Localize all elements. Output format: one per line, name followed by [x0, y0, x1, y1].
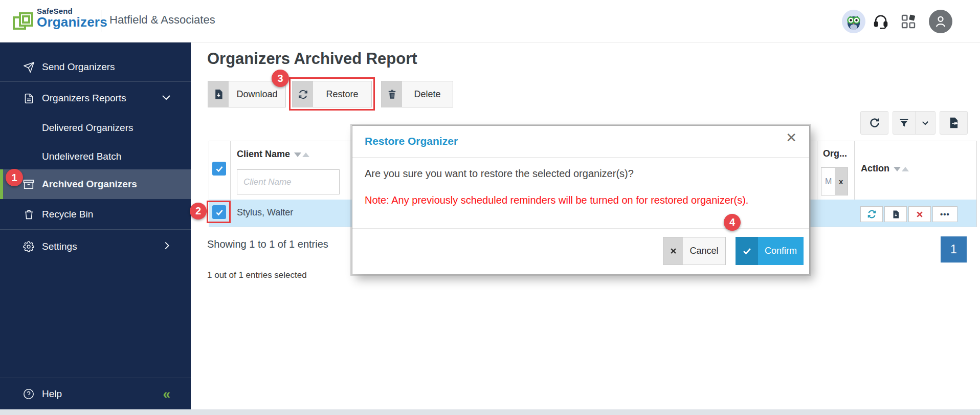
row-delete-x-icon: [916, 210, 924, 219]
modal-close-icon[interactable]: ✕: [786, 131, 797, 144]
sidebar-item-label: Send Organizers: [42, 61, 115, 73]
safesend-logo-icon: [12, 11, 34, 32]
sidebar-item-label: Help: [42, 388, 62, 400]
sidebar-item-delivered-organizers[interactable]: Delivered Organizers: [0, 114, 191, 142]
refresh-table-button[interactable]: [860, 111, 888, 135]
company-name: Hatfield & Associates: [109, 13, 215, 27]
sidebar-item-settings[interactable]: Settings: [0, 233, 191, 260]
export-button[interactable]: [940, 111, 968, 135]
sidebar-item-organizers-reports[interactable]: Organizers Reports: [0, 84, 191, 112]
sidebar-item-undelivered-batch[interactable]: Undelivered Batch: [0, 143, 191, 170]
sidebar-divider: [0, 229, 191, 230]
restore-refresh-icon: [293, 81, 313, 107]
row-delete-button[interactable]: [908, 206, 931, 222]
sort-icons: [294, 150, 309, 159]
entries-summary: Showing 1 to 1 of 1 entries: [207, 238, 328, 250]
delete-trash-icon: [382, 81, 402, 107]
annotation-step-1: 1: [6, 169, 23, 186]
bottom-scrollbar-strip: [0, 409, 980, 415]
action-header-label: Action: [861, 163, 889, 173]
ellipsis-icon: •••: [940, 210, 950, 219]
user-avatar-button[interactable]: [929, 10, 952, 33]
top-header: SafeSend Organizers Hatfield & Associate…: [0, 0, 980, 42]
sidebar-item-label: Undelivered Batch: [42, 151, 121, 162]
filter-control-group: [893, 111, 936, 135]
org-filter-input[interactable]: M x: [821, 167, 848, 195]
archive-icon: [23, 178, 35, 190]
modal-note: Note: Any previously scheduled reminders…: [365, 194, 748, 206]
sidebar-item-help[interactable]: Help «: [0, 380, 191, 408]
chevron-down-icon[interactable]: [160, 91, 172, 106]
restore-button-label: Restore: [313, 81, 371, 107]
sidebar-divider: [0, 81, 191, 82]
annotation-step-2: 2: [190, 203, 207, 220]
sidebar-item-label: Organizers Reports: [42, 93, 126, 104]
annotation-step-4: 4: [724, 214, 741, 231]
restore-organizer-modal: Restore Organizer ✕ Are you sure you wan…: [352, 125, 810, 274]
filter-button[interactable]: [893, 112, 916, 134]
app-root: SafeSend Organizers Hatfield & Associate…: [0, 0, 980, 415]
download-file-icon: [208, 81, 229, 107]
apps-grid-icon: [900, 13, 917, 30]
sidebar-item-label: Recycle Bin: [42, 209, 93, 220]
send-icon: [23, 61, 35, 73]
modal-footer-divider: [352, 228, 809, 229]
reports-icon: [23, 92, 35, 104]
sort-asc-icon: [902, 167, 909, 171]
sidebar-collapse-icon[interactable]: «: [163, 387, 170, 401]
support-headset-button[interactable]: [872, 12, 890, 31]
sidebar-item-archived-organizers[interactable]: Archived Organizers: [0, 169, 191, 199]
chevron-down-icon: [921, 118, 930, 127]
annotation-step-3: 3: [272, 70, 289, 87]
modal-header-divider: [352, 157, 809, 158]
table-right-border: [976, 141, 977, 227]
confirm-check-icon: [736, 237, 758, 265]
confirm-button[interactable]: Confirm: [736, 237, 804, 265]
delete-button-label: Delete: [402, 81, 453, 107]
select-all-checkbox[interactable]: [212, 162, 226, 176]
confirm-button-label: Confirm: [758, 237, 804, 265]
row-restore-button[interactable]: [860, 206, 883, 222]
org-filter-clear-button[interactable]: x: [835, 168, 848, 195]
gear-icon: [23, 241, 35, 253]
client-name-column-header[interactable]: Client Name: [237, 149, 309, 160]
apps-grid-button[interactable]: [899, 12, 918, 31]
owl-mascot-icon: [844, 12, 863, 31]
selected-summary: 1 out of 1 entries selected: [207, 270, 307, 280]
help-circle-icon: [23, 388, 35, 400]
sort-desc-icon: [894, 167, 901, 171]
sidebar-item-recycle-bin[interactable]: Recycle Bin: [0, 201, 191, 228]
person-icon: [933, 14, 948, 29]
filter-funnel-icon: [899, 118, 909, 128]
org-column-header[interactable]: Org...: [823, 148, 847, 159]
sidebar-item-send-organizers[interactable]: Send Organizers: [0, 53, 191, 81]
export-file-icon: [948, 117, 959, 128]
sort-asc-icon: [302, 152, 309, 157]
sidebar-item-label: Settings: [42, 241, 77, 252]
cancel-button[interactable]: Cancel: [663, 237, 726, 265]
delete-button[interactable]: Delete: [381, 81, 453, 107]
restore-button[interactable]: Restore: [292, 81, 372, 107]
header-divider: [101, 10, 101, 32]
page-title: Organizers Archived Report: [207, 50, 417, 68]
client-name-filter-input[interactable]: [237, 169, 340, 194]
trash-icon: [23, 208, 35, 221]
modal-message: Are you sure you want to restore the sel…: [365, 168, 634, 180]
client-name-header-label: Client Name: [237, 149, 290, 159]
cancel-button-label: Cancel: [683, 237, 725, 265]
sort-desc-icon: [294, 152, 301, 157]
filter-dropdown-button[interactable]: [916, 112, 935, 134]
chatbot-owl-button[interactable]: [842, 10, 865, 33]
row-checkbox[interactable]: [212, 205, 226, 219]
row-more-actions-button[interactable]: •••: [932, 206, 957, 222]
cancel-x-icon: [663, 237, 683, 265]
sidebar-nav: Send Organizers Organizers Reports Deliv…: [0, 42, 191, 409]
org-filter-value[interactable]: M: [821, 168, 835, 195]
refresh-icon: [868, 117, 881, 129]
row-download-button[interactable]: [884, 206, 907, 222]
pagination-page-1[interactable]: 1: [941, 236, 967, 263]
row-download-icon: [892, 210, 900, 219]
chevron-right-icon[interactable]: [161, 240, 172, 254]
sidebar-item-label: Delivered Organizers: [42, 122, 133, 134]
action-column-header[interactable]: Action: [861, 163, 909, 174]
